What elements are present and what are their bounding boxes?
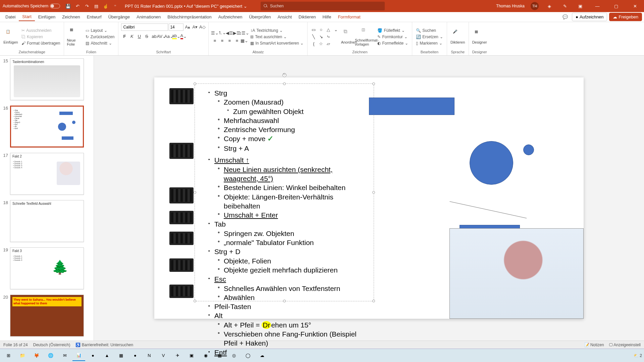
quick-styles-button[interactable]: ◫Schnellformat- vorlagen	[359, 27, 375, 46]
visio-icon[interactable]: V	[157, 350, 170, 361]
document-title[interactable]: PPT 01 Roter Faden 001.pptx • Auf "diese…	[125, 4, 247, 9]
outlook-icon[interactable]: ✉	[58, 350, 71, 361]
outline-button[interactable]: ✎ Formkontur ⌄	[376, 34, 409, 40]
paste-button[interactable]: 📋Einfügen	[3, 29, 19, 44]
maximize-button[interactable]: ▢	[610, 0, 623, 12]
slide-thumbnail-panel[interactable]: 15 Tastenkombinationen 16 ▪ Strg • Zoom …	[0, 56, 94, 341]
thumb-15[interactable]: 15 Tastenkombinationen	[0, 56, 94, 103]
app-icon-2[interactable]: ▲	[101, 350, 113, 361]
qat-more-icon[interactable]: ⁼	[112, 3, 118, 9]
tab-review[interactable]: Überprüfen	[246, 13, 274, 21]
tab-animations[interactable]: Animationen	[133, 13, 164, 21]
tab-insert[interactable]: Einfügen	[35, 13, 59, 21]
key-image-esc[interactable]	[169, 232, 194, 245]
smartart-button[interactable]: ▦ In SmartArt konvertieren ⌄	[249, 41, 305, 46]
tab-transitions[interactable]: Übergänge	[105, 13, 133, 21]
shape-brace-icon[interactable]: {	[310, 41, 317, 47]
italic-button[interactable]: K	[128, 33, 135, 40]
key-image-tab[interactable]	[169, 187, 194, 203]
user-name[interactable]: Thomas Hruska	[496, 4, 525, 8]
thumb-19[interactable]: 19 Fakt 3 • Details 1• Details 2• Detail…	[0, 245, 94, 292]
explorer-icon[interactable]: 📁	[16, 350, 29, 361]
effects-button[interactable]: ◐ Formeffekte ⌄	[376, 41, 409, 46]
tab-dictate[interactable]: Diktieren	[295, 13, 319, 21]
notes-toggle[interactable]: 📝 Notizen	[584, 343, 604, 347]
comments-icon[interactable]: 💬	[562, 14, 569, 20]
tab-slideshow[interactable]: Bildschirmpräsentation	[164, 13, 215, 21]
columns-icon[interactable]: ▦⌄	[241, 37, 248, 44]
text-direction-button[interactable]: ↕A Textrichtung ⌄	[249, 28, 305, 33]
select-button[interactable]: ▯ Markieren ⌄	[415, 41, 444, 46]
shape-conn-icon[interactable]: ⤷	[325, 34, 332, 40]
linespace-icon[interactable]: ↕☰⌄	[241, 29, 248, 36]
app-icon-1[interactable]: ●	[87, 350, 99, 361]
search-input[interactable]: Suchen	[261, 2, 385, 10]
align-justify-icon[interactable]: ≡	[233, 37, 240, 44]
current-slide[interactable]: Strg Zoomen (Mausrad) Zum gewählten Obje…	[154, 77, 584, 319]
shape-oval-icon[interactable]: ○	[318, 26, 324, 33]
slide-counter[interactable]: Folie 16 of 24	[3, 343, 28, 347]
fill-button[interactable]: 🪣 Fülleffekt ⌄	[376, 28, 409, 33]
key-image-alt[interactable]	[169, 258, 194, 272]
font-size-select[interactable]	[169, 23, 183, 31]
bullets-icon[interactable]: ☰⌄	[211, 29, 218, 36]
redo-icon[interactable]: ↷	[84, 3, 90, 9]
shape-tri-icon[interactable]: △	[325, 26, 332, 33]
tab-file[interactable]: Datei	[2, 13, 19, 21]
format-painter-button[interactable]: 🖌 Format übertragen	[20, 41, 61, 46]
record-button[interactable]: ● Aufzeichnen	[572, 13, 607, 21]
shape-circle-large[interactable]	[470, 141, 513, 185]
slide-edit-area[interactable]: Strg Zoomen (Mausrad) Zum gewählten Obje…	[94, 56, 644, 341]
shape-rect-icon[interactable]: ▭	[310, 26, 317, 33]
find-button[interactable]: 🔍 Suchen	[415, 28, 444, 33]
chrome-icon[interactable]: 🌐	[44, 350, 57, 361]
case-button[interactable]: Aa⌄	[165, 33, 172, 40]
tab-view[interactable]: Ansicht	[274, 13, 295, 21]
weather-widget[interactable]: ⛅ 2	[634, 353, 642, 358]
numbering-icon[interactable]: ⒈⌄	[219, 29, 225, 36]
tab-draw[interactable]: Zeichnen	[59, 13, 83, 21]
key-image-ctrl[interactable]	[169, 88, 194, 104]
thumb-20[interactable]: 20 They went to Sahara... You wouldn't b…	[0, 292, 94, 339]
firefox-icon[interactable]: 🦊	[30, 350, 43, 361]
font-color-button[interactable]: A⌄	[180, 33, 187, 40]
tab-design[interactable]: Entwurf	[84, 13, 105, 21]
decrease-indent-icon[interactable]: ◀☰	[226, 29, 233, 36]
designer-button[interactable]: ▦Designer	[472, 29, 488, 44]
shape-callout-icon[interactable]: ▱	[325, 41, 332, 47]
thumb-17[interactable]: 17 Fakt 2 • Details 1• Details 2• Detail…	[0, 150, 94, 197]
shape-rect-1[interactable]	[369, 98, 454, 115]
increase-font-icon[interactable]: A▴	[184, 23, 191, 30]
language-indicator[interactable]: Deutsch (Österreich)	[33, 343, 70, 347]
rotate-handle-icon[interactable]	[282, 73, 286, 77]
telegram-icon[interactable]: ✈	[171, 350, 184, 361]
spacing-button[interactable]: AV⌄	[158, 33, 165, 40]
new-slide-button[interactable]: ▦Neue Folie	[67, 27, 83, 46]
webcam-overlay[interactable]	[449, 228, 584, 319]
align-center-icon[interactable]: ≡	[219, 37, 225, 44]
align-left-icon[interactable]: ≡	[211, 37, 218, 44]
touch-icon[interactable]: ☝	[102, 3, 109, 9]
share-button[interactable]: ☁ Freigeben	[609, 13, 642, 21]
app-icon-3[interactable]: ▦	[115, 350, 127, 361]
key-image-strgd[interactable]	[169, 211, 194, 224]
clear-format-icon[interactable]: A◇	[199, 23, 206, 30]
highlight-button[interactable]: ab⌄	[173, 33, 179, 40]
accessibility-status[interactable]: ♿ Barrierefreiheit: Untersuchen	[75, 343, 133, 347]
close-button[interactable]: ✕	[629, 0, 641, 12]
decrease-font-icon[interactable]: A▾	[192, 23, 198, 30]
thumb-16[interactable]: 16 ▪ Strg • Zoom • Mehrfach▪ Umschalt • …	[0, 103, 94, 150]
onenote-icon[interactable]: N	[143, 350, 156, 361]
content-textbox[interactable]: Strg Zoomen (Mausrad) Zum gewählten Obje…	[195, 83, 374, 301]
user-avatar[interactable]: TH	[531, 2, 539, 10]
start-button-icon[interactable]: ⊞	[2, 350, 15, 361]
tab-start[interactable]: Start	[19, 13, 35, 21]
system-tray[interactable]: ⛅ 2	[634, 353, 642, 358]
layout-button[interactable]: ▭ Layout ⌄	[85, 28, 115, 33]
tab-shapeformat[interactable]: Formformat	[334, 13, 364, 21]
shape-star-icon[interactable]: ☆	[318, 41, 324, 47]
replace-button[interactable]: 🔄 Ersetzen ⌄	[415, 34, 444, 40]
powerpoint-icon[interactable]: 📊	[72, 350, 85, 361]
undo-icon[interactable]: ↶	[74, 3, 81, 9]
app-icon-4[interactable]: ●	[129, 350, 142, 361]
